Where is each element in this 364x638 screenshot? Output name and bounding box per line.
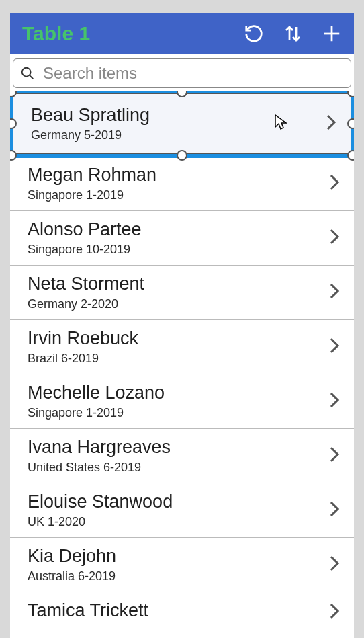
- list-item-subtitle: Brazil 6-2019: [28, 352, 328, 366]
- svg-point-4: [22, 68, 31, 77]
- refresh-icon[interactable]: [244, 24, 264, 44]
- chevron-right-icon[interactable]: [325, 112, 337, 135]
- header: Table 1: [10, 13, 354, 54]
- list-item-subtitle: UK 1-2020: [28, 515, 328, 529]
- chevron-right-icon[interactable]: [328, 499, 340, 522]
- svg-line-5: [30, 75, 34, 79]
- chevron-right-icon[interactable]: [328, 172, 340, 195]
- list-item-content: Kia Dejohn Australia 6-2019: [28, 546, 328, 584]
- search-icon: [20, 66, 35, 81]
- list-item-content: Irvin Roebuck Brazil 6-2019: [28, 328, 328, 366]
- chevron-right-icon[interactable]: [328, 281, 340, 304]
- list-item-content: Elouise Stanwood UK 1-2020: [28, 491, 328, 529]
- list-item-subtitle: Germany 5-2019: [31, 128, 325, 143]
- list-item-subtitle: Australia 6-2019: [28, 569, 328, 584]
- list-item-name: Megan Rohman: [28, 165, 328, 186]
- header-actions: [244, 24, 342, 44]
- list-item-name: Alonso Partee: [28, 219, 328, 240]
- selection-handle[interactable]: [347, 150, 354, 161]
- list-item-content: Megan Rohman Singapore 1-2019: [28, 165, 328, 202]
- list-item-name: Kia Dejohn: [28, 546, 328, 567]
- list-item-name: Tamica Trickett: [28, 600, 328, 621]
- list-item-content: Ivana Hargreaves United States 6-2019: [28, 437, 328, 475]
- list-item[interactable]: Irvin Roebuck Brazil 6-2019: [10, 320, 354, 374]
- sort-icon[interactable]: [283, 24, 303, 44]
- search-bar[interactable]: [13, 58, 351, 88]
- list-item[interactable]: Elouise Stanwood UK 1-2020: [10, 483, 354, 538]
- selection-handle[interactable]: [177, 150, 187, 161]
- list-item-content: Neta Storment Germany 2-2020: [28, 274, 328, 311]
- chevron-right-icon[interactable]: [328, 390, 340, 413]
- selected-list-item-wrapper[interactable]: Beau Spratling Germany 5-2019: [10, 91, 354, 158]
- list-item-name: Irvin Roebuck: [28, 328, 328, 349]
- list-item-subtitle: Singapore 10-2019: [28, 243, 328, 257]
- page-title: Table 1: [22, 22, 244, 45]
- list-item-content: Beau Spratling Germany 5-2019: [31, 105, 325, 143]
- chevron-right-icon[interactable]: [328, 601, 340, 624]
- list-item-content: Alonso Partee Singapore 10-2019: [28, 219, 328, 257]
- list-item[interactable]: Mechelle Lozano Singapore 1-2019: [10, 374, 354, 429]
- list-item-subtitle: Singapore 1-2019: [28, 406, 328, 420]
- list-item[interactable]: Kia Dejohn Australia 6-2019: [10, 538, 354, 592]
- list-item-subtitle: Singapore 1-2019: [28, 188, 328, 202]
- list-item-name: Neta Storment: [28, 274, 328, 294]
- list-item-content: Mechelle Lozano Singapore 1-2019: [28, 383, 328, 420]
- list-item[interactable]: Tamica Trickett: [10, 592, 354, 624]
- list-item-content: Tamica Trickett: [28, 600, 328, 624]
- list-item[interactable]: Neta Storment Germany 2-2020: [10, 266, 354, 320]
- list-item-subtitle: Germany 2-2020: [28, 297, 328, 311]
- selection-handle[interactable]: [347, 118, 354, 129]
- app-container: Table 1 Beau Spratling Germany 5-2019: [10, 13, 354, 638]
- chevron-right-icon[interactable]: [328, 444, 340, 467]
- list-item-name: Ivana Hargreaves: [28, 437, 328, 458]
- chevron-right-icon[interactable]: [328, 553, 340, 576]
- list: Beau Spratling Germany 5-2019 Megan Rohm: [10, 91, 354, 624]
- chevron-right-icon[interactable]: [328, 335, 340, 358]
- list-item-subtitle: United States 6-2019: [28, 461, 328, 475]
- chevron-right-icon[interactable]: [328, 227, 340, 249]
- list-item[interactable]: Ivana Hargreaves United States 6-2019: [10, 429, 354, 483]
- list-item-name: Elouise Stanwood: [28, 491, 328, 512]
- list-item[interactable]: Beau Spratling Germany 5-2019: [13, 93, 351, 154]
- search-input[interactable]: [43, 64, 344, 83]
- add-icon[interactable]: [322, 24, 342, 44]
- list-item[interactable]: Alonso Partee Singapore 10-2019: [10, 211, 354, 266]
- list-item-name: Mechelle Lozano: [28, 383, 328, 403]
- list-item-name: Beau Spratling: [31, 105, 325, 126]
- list-item[interactable]: Megan Rohman Singapore 1-2019: [10, 157, 354, 211]
